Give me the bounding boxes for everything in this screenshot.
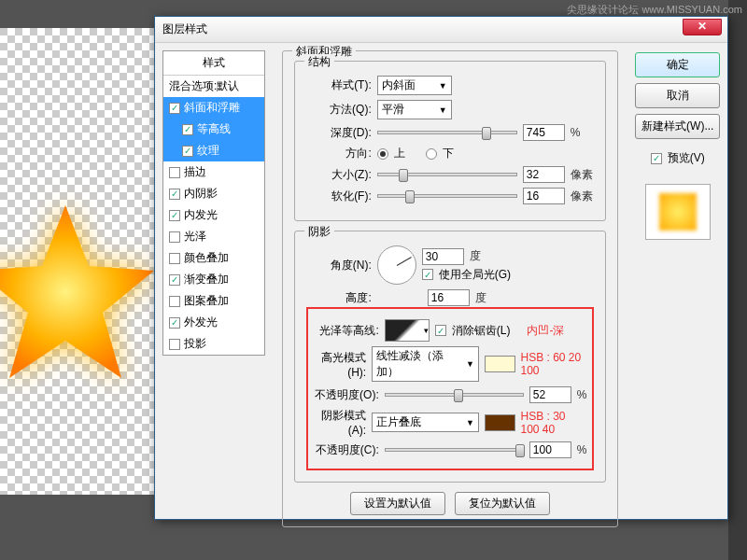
style-checkbox[interactable] [169,253,180,264]
shading-label: 阴影 [304,224,334,240]
titlebar[interactable]: 图层样式 ✕ [155,17,727,43]
style-checkbox[interactable] [169,167,180,178]
new-style-button[interactable]: 新建样式(W)... [635,114,720,139]
style-item-11[interactable]: 投影 [163,333,264,355]
style-checkbox[interactable] [169,231,180,243]
blend-options-item[interactable]: 混合选项:默认 [163,76,264,97]
highlight-opacity-input[interactable]: 52 [529,386,571,403]
altitude-input[interactable]: 16 [428,289,470,306]
style-checkbox[interactable]: ✓ [182,124,193,135]
style-checkbox[interactable]: ✓ [169,274,180,286]
style-item-label: 外发光 [184,315,218,330]
annotation-hsb2: HSB : 30 100 40 [521,410,587,436]
angle-input[interactable]: 30 [422,248,464,265]
shading-group: 阴影 角度(N): 30 度 ✓ 使用全局光(G) [294,231,607,483]
right-buttons: 确定 取消 新建样式(W)... ✓ 预览(V) [627,43,727,519]
highlight-opacity-slider[interactable] [385,393,524,397]
highlight-mode-combo[interactable]: 线性减淡（添加）▼ [372,346,479,382]
annotation-box: 光泽等高线: ▾ ✓ 消除锯齿(L) 内凹-深 高光模式(H): 线性减淡（添加… [306,307,595,470]
direction-label: 方向: [306,146,372,161]
shadow-mode-combo[interactable]: 正片叠底▼ [372,413,479,432]
style-checkbox[interactable] [169,339,180,350]
style-item-label: 图案叠加 [184,293,229,309]
soften-slider[interactable] [377,194,517,198]
highlight-mode-label: 高光模式(H): [314,350,366,379]
size-input[interactable]: 32 [523,166,565,183]
styles-header[interactable]: 样式 [163,51,264,76]
cancel-button[interactable]: 取消 [635,83,720,108]
method-label: 方法(Q): [306,102,372,118]
hopacity-unit: % [577,388,587,401]
style-item-label: 内发光 [184,207,218,223]
angle-wheel[interactable] [377,245,416,285]
style-item-8[interactable]: ✓渐变叠加 [163,269,264,290]
ok-button[interactable]: 确定 [635,52,720,77]
style-item-6[interactable]: 光泽 [163,226,264,247]
shadow-opacity-input[interactable]: 100 [529,441,571,458]
sopacity-unit: % [577,443,587,456]
style-item-label: 斜面和浮雕 [184,100,240,116]
dir-up-label: 上 [394,146,405,161]
preview-checkbox[interactable]: ✓ [651,153,662,164]
depth-slider[interactable] [377,131,517,134]
layer-style-dialog: 图层样式 ✕ 样式 混合选项:默认 ✓斜面和浮雕✓等高线✓纹理描边✓内阴影✓内发… [154,16,728,520]
size-unit: 像素 [571,167,593,183]
depth-input[interactable]: 745 [523,124,565,141]
chevron-down-icon: ▼ [466,359,474,369]
style-item-2[interactable]: ✓纹理 [163,140,264,161]
reset-default-button[interactable]: 复位为默认值 [455,492,550,515]
style-combo[interactable]: 内斜面▼ [377,76,452,95]
antialias-label: 消除锯齿(L) [452,323,511,339]
style-checkbox[interactable]: ✓ [169,189,180,200]
direction-up-radio[interactable] [377,148,388,160]
style-item-3[interactable]: 描边 [163,161,264,183]
style-item-0[interactable]: ✓斜面和浮雕 [163,97,264,119]
style-item-label: 描边 [184,164,206,180]
global-light-checkbox[interactable]: ✓ [422,269,433,280]
structure-label: 结构 [304,54,334,70]
style-item-label: 光泽 [184,229,206,245]
style-item-9[interactable]: 图案叠加 [163,290,264,312]
shadow-opacity-slider[interactable] [385,448,524,452]
style-checkbox[interactable]: ✓ [169,103,180,114]
style-item-4[interactable]: ✓内阴影 [163,183,264,204]
gloss-contour-picker[interactable]: ▾ [385,319,430,342]
dir-down-label: 下 [443,146,454,161]
global-light-label: 使用全局光(G) [439,267,511,283]
altitude-unit: 度 [475,290,486,306]
chevron-down-icon: ▼ [466,418,474,427]
angle-unit: 度 [470,248,481,264]
size-slider[interactable] [377,173,517,176]
style-item-1[interactable]: ✓等高线 [163,119,264,140]
style-item-10[interactable]: ✓外发光 [163,312,264,333]
watermark: 尖思缘设计论坛 www.MISSYUAN.com [567,3,742,17]
style-item-label: 纹理 [197,143,219,159]
method-combo[interactable]: 平滑▼ [377,100,452,119]
chevron-down-icon: ▼ [439,81,447,91]
style-checkbox[interactable] [169,296,180,307]
style-item-label: 内阴影 [184,186,218,202]
style-checkbox[interactable]: ✓ [169,210,180,221]
depth-unit: % [571,126,581,139]
soften-input[interactable]: 16 [523,188,565,204]
make-default-button[interactable]: 设置为默认值 [350,492,445,515]
style-checkbox[interactable]: ✓ [182,146,193,157]
app-panel-edge [728,0,747,560]
style-item-label: 等高线 [197,121,231,137]
highlight-color-swatch[interactable] [485,356,515,372]
style-item-7[interactable]: 颜色叠加 [163,247,264,269]
star-layer [0,196,159,383]
style-checkbox[interactable]: ✓ [169,317,180,329]
soften-unit: 像素 [571,189,593,204]
shadow-color-swatch[interactable] [485,414,515,431]
style-item-label: 投影 [184,336,206,352]
style-item-5[interactable]: ✓内发光 [163,204,264,226]
style-label: 样式(T): [306,77,372,93]
shadow-opacity-label: 不透明度(C): [314,442,379,458]
antialias-checkbox[interactable]: ✓ [435,325,446,336]
highlight-opacity-label: 不透明度(O): [314,387,379,403]
direction-down-radio[interactable] [426,148,437,160]
close-button[interactable]: ✕ [683,19,722,35]
structure-group: 结构 样式(T): 内斜面▼ 方法(Q): 平滑▼ 深度(D): 745 % [294,61,607,221]
preview-thumbnail [645,184,711,240]
